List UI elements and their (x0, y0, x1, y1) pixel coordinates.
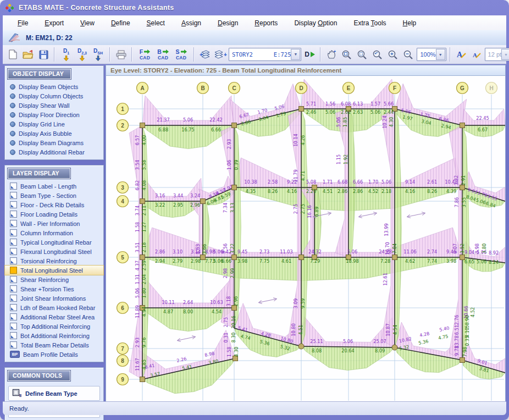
zoom-previous-button[interactable] (370, 47, 385, 62)
layer-display-item[interactable]: Total Longitudinal Steel (5, 266, 103, 275)
menu-file[interactable]: File (9, 19, 36, 27)
s-to-cad-button[interactable]: S CAD (172, 47, 190, 62)
rebar-value-label: 2.18 (381, 189, 391, 194)
layer-display-item[interactable]: Floor - Deck Rib Details (5, 200, 103, 209)
column-node[interactable] (232, 123, 237, 128)
grid-bubble: A (137, 82, 148, 94)
b-to-cad-button[interactable]: B CAD (154, 47, 172, 62)
font-decrease-button[interactable]: A (469, 47, 484, 62)
column-node[interactable] (140, 255, 145, 260)
layer-display-item[interactable]: Top Additional Reinforcing (5, 322, 103, 331)
layer-display-item[interactable]: Shear +Torsion Ties (5, 284, 103, 294)
chevron-down-icon[interactable]: ▼ (436, 49, 445, 60)
zoom-in-button[interactable] (386, 47, 400, 62)
rebar-value-label: 6.66 (222, 258, 231, 264)
menu-reports[interactable]: Reports (246, 19, 286, 27)
column-node[interactable] (299, 107, 304, 112)
menu-help[interactable]: Help (395, 19, 425, 27)
column-node[interactable] (392, 345, 397, 350)
rebar-value-label: 2.75 (300, 204, 306, 214)
font-increase-button[interactable]: A (454, 47, 468, 62)
column-node[interactable] (201, 199, 206, 204)
object-display-item[interactable]: Display Additional Rebar (5, 147, 103, 157)
rebar-value-label: 12.61 (383, 273, 388, 285)
drawing-area[interactable]: 21.375.0622.426.8816.756.666.671.705.062… (106, 76, 506, 402)
object-display-item[interactable]: Display Grid Line (5, 119, 103, 129)
layer-display-item[interactable]: Beam Type - Section (5, 191, 103, 200)
menu-export[interactable]: Export (36, 19, 72, 27)
layer-display-item[interactable]: Wall - Pier Information (5, 219, 103, 228)
layer-display-item[interactable]: BP Beam Profile Details (5, 350, 103, 359)
story-select[interactable]: STORY2 E:725 ▼ (229, 48, 301, 61)
layer-display-item[interactable]: Beam Label - Length (5, 181, 103, 191)
column-node[interactable] (232, 255, 237, 260)
layer-display-label: Shear +Torsion Ties (20, 286, 74, 292)
menu-design[interactable]: Design (209, 19, 246, 27)
layer-display-item[interactable]: Joint Shear Informations (5, 294, 103, 303)
menu-define[interactable]: Define (103, 19, 139, 27)
layer-display-item[interactable]: Ldh of Beam Hooked Rebar (5, 303, 103, 312)
chevron-down-icon[interactable]: ▼ (291, 49, 300, 60)
rebar-value-label: 6.08 (341, 101, 351, 107)
grid-bubble: 3 (117, 182, 129, 194)
column-node[interactable] (460, 123, 465, 128)
object-display-item[interactable]: Display Shear Wall (5, 101, 103, 110)
layer-display-item[interactable]: Shear Reinforcing (5, 275, 103, 284)
design-run-button[interactable]: D (302, 47, 317, 62)
design-d1-button[interactable]: D1 (58, 47, 74, 62)
drawing-svg[interactable]: 21.375.0622.426.8816.756.666.671.705.062… (106, 76, 505, 402)
menu-assign[interactable]: Assign (173, 19, 209, 27)
column-node[interactable] (140, 377, 145, 382)
layer-display-item[interactable]: Additional Rebar Steel Area (5, 312, 103, 322)
open-file-button[interactable] (21, 47, 35, 62)
font-size-select[interactable]: 12 pt ▼ (485, 48, 509, 61)
rebar-value-label: 2.94 (155, 258, 165, 264)
object-display-item[interactable]: Display Floor Direction (5, 110, 103, 119)
rebar-value-label: 2.04 (141, 274, 147, 284)
layer-display-label: Beam Type - Section (20, 192, 76, 199)
design-d3-button[interactable]: DSH (90, 47, 106, 62)
layer-display-item[interactable]: Floor Loading Details (5, 209, 103, 219)
object-display-item[interactable]: Display Column Objects (5, 91, 103, 101)
tool-define-beam-type[interactable]: B Define Beam Type (8, 386, 100, 401)
zoom-window-button[interactable] (355, 47, 369, 62)
column-node[interactable] (298, 344, 304, 349)
layer-display-item[interactable]: Typical Longitudinal Rebar (5, 237, 103, 247)
object-display-item[interactable]: Display Beam Diagrams (5, 138, 103, 147)
chevron-down-icon[interactable]: ▼ (501, 49, 509, 60)
add-story-down-button[interactable]: + (213, 47, 228, 62)
object-display-item[interactable]: Display Axis Bubble (5, 129, 103, 138)
layer-display-item[interactable]: Bot Additional Reinforcing (5, 331, 103, 340)
new-file-button[interactable] (5, 47, 20, 62)
rebar-value-label: 2.58 (268, 179, 278, 185)
menu-display-option[interactable]: Display Option (286, 19, 345, 27)
rebar-value-label: 6.66 (211, 127, 221, 132)
layer-display-item[interactable]: Column Information (5, 228, 103, 237)
svg-text:A: A (140, 85, 144, 91)
rebar-value-label: 8.26 (268, 189, 278, 194)
column-node[interactable] (392, 255, 397, 260)
pan-tool-button[interactable]: + (324, 47, 339, 62)
menu-select[interactable]: Select (139, 19, 173, 27)
column-node[interactable] (460, 358, 465, 363)
svg-text:5: 5 (121, 255, 124, 261)
zoom-level-select[interactable]: 100% ▼ (417, 48, 446, 61)
add-story-up-button[interactable]: + (198, 47, 212, 62)
svg-text:1: 1 (121, 106, 124, 112)
print-button[interactable] (114, 47, 128, 62)
menu-view[interactable]: View (72, 19, 103, 27)
design-d2-button[interactable]: D2,3 (74, 47, 90, 62)
column-node[interactable] (299, 255, 304, 260)
f-to-cad-button[interactable]: F CAD (136, 47, 154, 62)
layer-display-item[interactable]: Flexural Longitudinal Steel (5, 247, 103, 256)
column-node[interactable] (140, 123, 145, 128)
layer-display-item[interactable]: Total Beam Rebar Details (5, 340, 103, 350)
layer-display-item[interactable]: Torsional Reinforcing (5, 256, 103, 266)
rebar-value-label: 2.79 (173, 258, 182, 264)
zoom-extents-button[interactable] (340, 47, 354, 62)
column-node[interactable] (140, 199, 145, 204)
object-display-item[interactable]: Display Beam Objects (5, 82, 103, 91)
menu-extra-tools[interactable]: Extra Tools (345, 19, 394, 27)
save-button[interactable] (36, 47, 51, 62)
zoom-out-button[interactable] (401, 47, 416, 62)
